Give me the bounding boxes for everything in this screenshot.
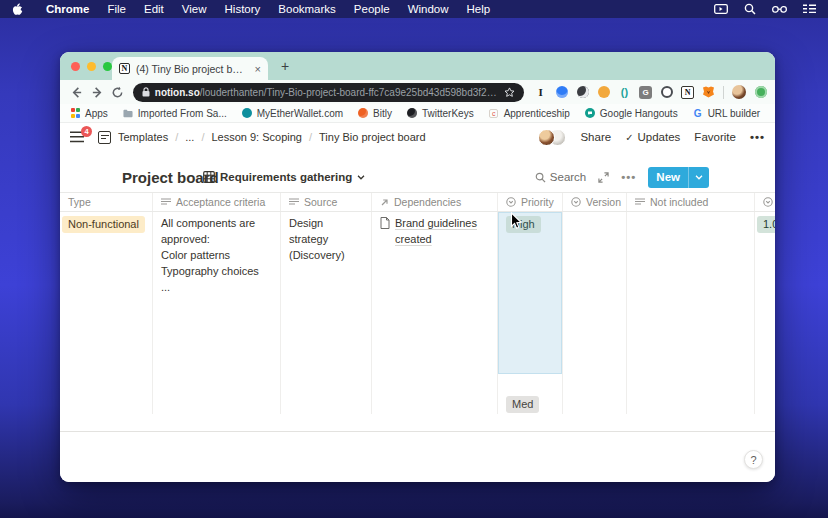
extension-green-dot-icon[interactable]	[754, 86, 767, 99]
extension-metamask-icon[interactable]	[702, 86, 715, 99]
view-more-button[interactable]: •••	[621, 171, 636, 183]
menu-history[interactable]: History	[216, 3, 270, 15]
cell-acceptance-criteria[interactable]: All components are approved: Color patte…	[153, 212, 281, 374]
minimize-window-button[interactable]	[87, 62, 96, 71]
back-icon[interactable]	[68, 86, 86, 99]
breadcrumb-ellipsis[interactable]: ...	[185, 131, 194, 143]
type-tag[interactable]: Non-functional	[62, 216, 145, 233]
cell-source[interactable]: Design strategy (Discovery)	[281, 212, 372, 374]
dependency-page-link[interactable]: Brand guidelines created	[395, 216, 489, 248]
bookmark-imported-folder[interactable]: Imported From Sa...	[123, 108, 227, 119]
add-row-cell[interactable]	[60, 414, 775, 431]
search-button[interactable]: Search	[535, 171, 586, 183]
column-header-not-included[interactable]: Not included	[627, 193, 755, 211]
menu-edit[interactable]: Edit	[135, 3, 173, 15]
extension-c-ring-icon[interactable]	[660, 86, 673, 99]
add-row-strip[interactable]	[60, 414, 775, 432]
column-header-dependencies[interactable]: Dependencies	[372, 193, 498, 211]
cell-priority[interactable]: Med	[498, 392, 563, 414]
extension-amber-dot-icon[interactable]	[597, 86, 610, 99]
bookmark-apprenticeship[interactable]: c Apprenticeship	[489, 108, 570, 119]
close-window-button[interactable]	[71, 62, 80, 71]
cell-empty[interactable]	[153, 392, 281, 414]
extension-messenger-icon[interactable]	[555, 86, 568, 99]
priority-tag[interactable]: Med	[506, 396, 539, 413]
cell-empty[interactable]	[755, 374, 775, 392]
bookmark-bitly[interactable]: Bitly	[358, 108, 392, 119]
column-header-source[interactable]: Source	[281, 193, 372, 211]
zoom-window-button[interactable]	[103, 62, 112, 71]
cell-empty[interactable]	[755, 392, 775, 414]
column-header-type[interactable]: Type	[60, 193, 153, 211]
breadcrumb-templates[interactable]: Templates	[118, 131, 168, 143]
menu-bookmarks[interactable]: Bookmarks	[269, 3, 345, 15]
breadcrumb-current-page[interactable]: Tiny Bio project board	[319, 131, 426, 143]
browser-profile-avatar[interactable]	[732, 85, 746, 99]
cell-empty[interactable]	[627, 374, 755, 392]
avatar[interactable]	[538, 129, 555, 146]
cell-empty[interactable]	[498, 374, 563, 392]
menu-window[interactable]: Window	[399, 3, 458, 15]
cell-empty[interactable]	[281, 374, 372, 392]
page-more-button[interactable]: •••	[750, 131, 765, 143]
cell-empty[interactable]	[563, 374, 627, 392]
favorite-button[interactable]: Favorite	[694, 131, 736, 143]
extension-g-box-icon[interactable]: G	[639, 86, 652, 99]
extension-moon-icon[interactable]	[576, 86, 589, 99]
column-header-acceptance-criteria[interactable]: Acceptance criteria	[153, 193, 281, 211]
help-button[interactable]: ?	[744, 450, 763, 469]
menu-view[interactable]: View	[173, 3, 216, 15]
bookmark-star-icon[interactable]	[504, 87, 515, 98]
extension-parentheses-icon[interactable]: ()	[618, 86, 631, 99]
new-chevron-icon[interactable]	[688, 167, 709, 188]
expand-icon[interactable]	[598, 172, 609, 183]
cell-priority-selected[interactable]: High	[498, 212, 563, 374]
browser-tab[interactable]: N (4) Tiny Bio project board ×	[112, 57, 268, 80]
cell-empty[interactable]	[372, 374, 498, 392]
cell-empty[interactable]	[281, 392, 372, 414]
view-selector[interactable]: Requirements gathering	[203, 171, 365, 183]
bookmark-url-builder[interactable]: G URL builder	[693, 108, 760, 119]
new-button[interactable]: New	[648, 167, 709, 188]
cell-version[interactable]	[563, 212, 627, 374]
bookmark-google-hangouts[interactable]: Google Hangouts	[585, 108, 678, 119]
tab-close-icon[interactable]: ×	[255, 63, 261, 75]
column-header-partial[interactable]	[755, 193, 775, 211]
breadcrumb-lesson[interactable]: Lesson 9: Scoping	[211, 131, 302, 143]
cell-partial[interactable]: 1.0	[755, 212, 775, 374]
forward-icon[interactable]	[89, 86, 107, 99]
version-tag[interactable]: 1.0	[757, 216, 775, 233]
cell-empty[interactable]	[563, 392, 627, 414]
cell-empty[interactable]	[153, 374, 281, 392]
column-header-version[interactable]: Version	[563, 193, 627, 211]
cell-empty[interactable]	[60, 374, 153, 392]
bookmark-apps[interactable]: Apps	[70, 108, 108, 119]
address-bar[interactable]: notion.so /louderthanten/Tiny-Bio-projec…	[133, 83, 524, 102]
screen-mirroring-icon[interactable]	[714, 4, 728, 14]
cell-empty[interactable]	[372, 392, 498, 414]
updates-button[interactable]: Updates	[625, 131, 680, 143]
cell-type[interactable]: Non-functional	[60, 212, 153, 374]
menu-help[interactable]: Help	[458, 3, 500, 15]
menu-file[interactable]: File	[98, 3, 135, 15]
apple-menu-icon[interactable]	[12, 3, 23, 16]
reload-icon[interactable]	[109, 86, 127, 99]
cell-not-included[interactable]	[627, 212, 755, 374]
share-button[interactable]: Share	[580, 131, 611, 143]
extension-i-icon[interactable]: I	[534, 86, 547, 99]
menu-people[interactable]: People	[345, 3, 399, 15]
cell-empty[interactable]	[60, 392, 153, 414]
menu-chrome[interactable]: Chrome	[37, 3, 98, 15]
spotlight-search-icon[interactable]	[744, 3, 756, 15]
cell-empty[interactable]	[627, 392, 755, 414]
priority-tag[interactable]: High	[506, 216, 541, 233]
cell-dependencies[interactable]: Brand guidelines created	[372, 212, 498, 374]
new-tab-button[interactable]: +	[281, 58, 289, 74]
sidebar-toggle[interactable]: 4	[70, 131, 86, 143]
glasses-status-icon[interactable]	[772, 5, 787, 14]
bookmark-twitterkeys[interactable]: TwitterKeys	[407, 108, 474, 119]
column-header-priority[interactable]: Priority	[498, 193, 563, 211]
notification-list-icon[interactable]	[803, 4, 816, 14]
extension-notion-icon[interactable]: N	[681, 86, 694, 99]
bookmark-myetherwallet[interactable]: MyEtherWallet.com	[242, 108, 343, 119]
